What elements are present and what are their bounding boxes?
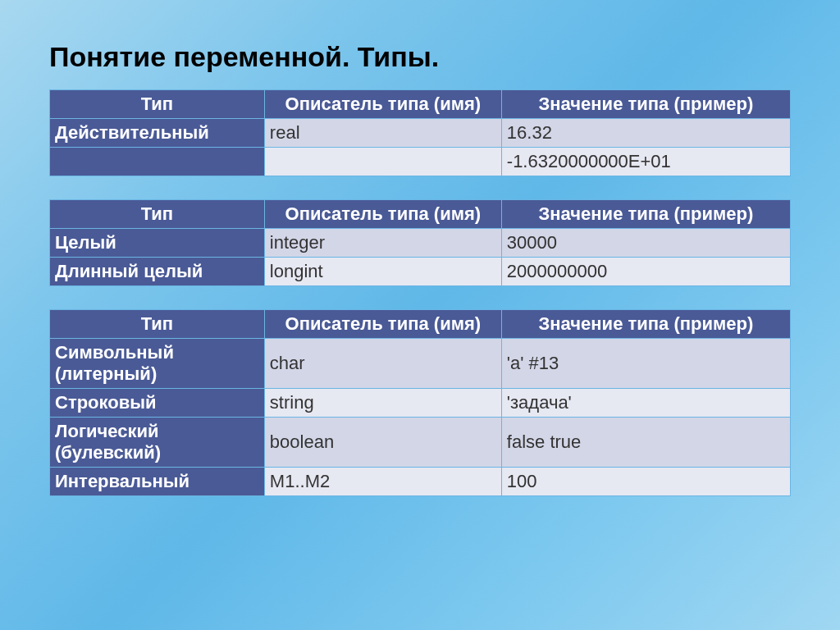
cell-descriptor: string: [264, 389, 501, 418]
header-type: Тип: [50, 200, 265, 229]
header-type: Тип: [50, 90, 265, 119]
types-table-3: Тип Описатель типа (имя) Значение типа (…: [49, 309, 791, 496]
cell-descriptor: integer: [264, 229, 501, 258]
header-type: Тип: [50, 310, 265, 339]
header-example: Значение типа (пример): [501, 90, 790, 119]
table-row: Символьный (литерный) char 'a' #13: [50, 339, 791, 389]
cell-type: Целый: [50, 229, 265, 258]
table-row: Строковый string 'задача': [50, 389, 791, 418]
cell-example: 2000000000: [501, 258, 790, 286]
header-descriptor: Описатель типа (имя): [264, 200, 501, 229]
table-row: Длинный целый longint 2000000000: [50, 258, 791, 286]
cell-example: 100: [501, 468, 790, 496]
cell-type: Интервальный: [50, 468, 265, 496]
header-example: Значение типа (пример): [501, 200, 790, 229]
cell-descriptor: boolean: [264, 418, 501, 468]
cell-type: [50, 148, 265, 176]
cell-descriptor: M1..M2: [264, 468, 501, 496]
slide-title: Понятие переменной. Типы.: [49, 41, 791, 73]
cell-type: Действительный: [50, 119, 265, 148]
table-row: Логический (булевский) boolean false tru…: [50, 418, 791, 468]
header-descriptor: Описатель типа (имя): [264, 90, 501, 119]
table-row: Целый integer 30000: [50, 229, 791, 258]
cell-example: 16.32: [501, 119, 790, 148]
cell-descriptor: longint: [264, 258, 501, 286]
header-example: Значение типа (пример): [501, 310, 790, 339]
table-row: -1.6320000000Е+01: [50, 148, 791, 176]
cell-example: -1.6320000000Е+01: [501, 148, 790, 176]
table-row: Интервальный M1..M2 100: [50, 468, 791, 496]
cell-type: Строковый: [50, 389, 265, 418]
types-table-1: Тип Описатель типа (имя) Значение типа (…: [49, 89, 791, 176]
header-descriptor: Описатель типа (имя): [264, 310, 501, 339]
table-header-row: Тип Описатель типа (имя) Значение типа (…: [50, 200, 791, 229]
cell-type: Логический (булевский): [50, 418, 265, 468]
cell-example: 'a' #13: [501, 339, 790, 389]
slide: Понятие переменной. Типы. Тип Описатель …: [0, 0, 840, 496]
cell-example: 'задача': [501, 389, 790, 418]
table-header-row: Тип Описатель типа (имя) Значение типа (…: [50, 310, 791, 339]
cell-example: false true: [501, 418, 790, 468]
cell-descriptor: real: [264, 119, 501, 148]
cell-descriptor: [264, 148, 501, 176]
types-table-2: Тип Описатель типа (имя) Значение типа (…: [49, 199, 791, 286]
cell-type: Символьный (литерный): [50, 339, 265, 389]
table-header-row: Тип Описатель типа (имя) Значение типа (…: [50, 90, 791, 119]
cell-descriptor: char: [264, 339, 501, 389]
cell-type: Длинный целый: [50, 258, 265, 286]
cell-example: 30000: [501, 229, 790, 258]
table-row: Действительный real 16.32: [50, 119, 791, 148]
